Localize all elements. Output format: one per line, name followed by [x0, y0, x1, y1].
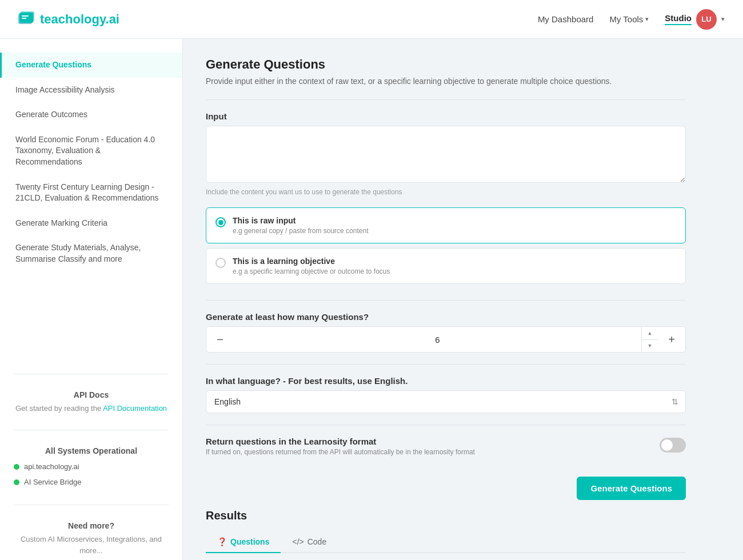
radio-sublabel-raw: e.g general copy / paste from source con…	[233, 227, 368, 235]
logo: teachology.ai	[18, 11, 119, 27]
input-label: Input	[206, 111, 686, 121]
status-dot-api	[14, 464, 19, 470]
header: teachology.ai My Dashboard My Tools ▾ St…	[0, 0, 743, 39]
tab-questions[interactable]: ❓ Questions	[206, 531, 281, 553]
toggle-label-block: Return questions in the Learnosity forma…	[206, 437, 475, 456]
stepper-plus-button[interactable]: +	[658, 327, 685, 352]
radio-label-objective: This is a learning objective	[233, 257, 390, 266]
generate-questions-button[interactable]: Generate Questions	[577, 477, 686, 500]
api-docs-link[interactable]: API Documentation	[103, 404, 167, 413]
status-bridge-label: AI Service Bridge	[24, 478, 81, 486]
page-title: Generate Questions	[206, 57, 686, 72]
sidebar-item-generate-questions[interactable]: Generate Questions	[0, 53, 182, 78]
sidebar: Generate Questions Image Accessibility A…	[0, 39, 183, 560]
status-items: api.teachology.ai AI Service Bridge	[14, 460, 169, 489]
stepper-controls: ▲ ▼	[641, 327, 658, 352]
radio-sublabel-objective: e.g a specific learning objective or out…	[233, 267, 390, 275]
results-title: Results	[206, 509, 686, 522]
nav-dashboard[interactable]: My Dashboard	[538, 14, 594, 24]
sidebar-need-more: Need more? Custom AI Microservices, Inte…	[0, 512, 182, 560]
language-section: In what language? - For best results, us…	[206, 376, 686, 413]
avatar-chevron-icon: ▾	[721, 15, 725, 23]
sidebar-divider-3	[14, 505, 169, 505]
radio-option-objective[interactable]: This is a learning objective e.g a speci…	[206, 248, 686, 284]
svg-rect-4	[22, 18, 26, 19]
toggle-description: If turned on, questions returned from th…	[206, 448, 475, 456]
radio-group: This is raw input e.g general copy / pas…	[206, 207, 686, 289]
language-select-wrapper: English Spanish French German Chinese Ar…	[206, 390, 686, 413]
radio-circle-raw	[215, 217, 226, 227]
need-more-text: Custom AI Microservices, Integrations, a…	[14, 534, 169, 556]
language-label: In what language? - For best results, us…	[206, 376, 686, 386]
api-docs-text: Get started by reading the API Documenta…	[14, 403, 169, 414]
api-docs-title: API Docs	[14, 390, 169, 399]
logo-text: teachology.ai	[40, 12, 119, 27]
sidebar-item-21cld[interactable]: Twenty First Century Learning Design - 2…	[0, 175, 182, 211]
sidebar-item-wef[interactable]: World Economic Forum - Education 4.0 Tax…	[0, 127, 182, 175]
sidebar-status: All Systems Operational api.teachology.a…	[0, 437, 182, 498]
tab-code[interactable]: </> Code	[281, 531, 338, 553]
sidebar-item-generate-outcomes[interactable]: Generate Outcomes	[0, 102, 182, 127]
stepper-down-button[interactable]: ▼	[642, 340, 658, 353]
stepper-minus-button[interactable]: −	[206, 327, 234, 352]
svg-rect-3	[22, 15, 29, 17]
logo-icon	[18, 11, 37, 27]
code-tab-icon: </>	[292, 537, 303, 546]
questions-tab-icon: ❓	[217, 537, 227, 546]
status-title: All Systems Operational	[14, 446, 169, 455]
input-textarea[interactable]	[206, 126, 686, 183]
status-bridge: AI Service Bridge	[14, 478, 81, 486]
need-more-title: Need more?	[14, 521, 169, 530]
sidebar-divider-2	[14, 430, 169, 430]
radio-option-raw[interactable]: This is raw input e.g general copy / pas…	[206, 207, 686, 243]
toggle-label: Return questions in the Learnosity forma…	[206, 437, 475, 446]
language-select[interactable]: English Spanish French German Chinese Ar…	[206, 391, 685, 413]
section-divider-1	[206, 99, 686, 100]
stepper-value-input[interactable]	[234, 335, 641, 345]
radio-text-objective: This is a learning objective e.g a speci…	[233, 257, 390, 275]
status-api-label: api.teachology.ai	[24, 462, 79, 471]
toggle-row: Return questions in the Learnosity forma…	[206, 437, 686, 456]
tab-code-label: Code	[307, 537, 326, 546]
toggle-section: Return questions in the Learnosity forma…	[206, 437, 686, 456]
header-nav: My Dashboard My Tools ▾ Studio	[538, 13, 692, 25]
sidebar-item-marking-criteria[interactable]: Generate Marking Criteria	[0, 211, 182, 236]
layout: Generate Questions Image Accessibility A…	[0, 39, 743, 560]
radio-text-raw: This is raw input e.g general copy / pas…	[233, 216, 368, 235]
nav-my-tools[interactable]: My Tools ▾	[609, 14, 649, 24]
stepper-row: − ▲ ▼ +	[206, 326, 686, 353]
avatar[interactable]: LU	[696, 9, 717, 30]
tab-questions-label: Questions	[230, 537, 269, 546]
sidebar-divider-1	[14, 374, 169, 374]
section-divider-2	[206, 300, 686, 301]
radio-label-raw: This is raw input	[233, 216, 368, 225]
input-helper: Include the content you want us to use t…	[206, 188, 686, 196]
input-section: Input Include the content you want us to…	[206, 111, 686, 196]
sidebar-item-image-accessibility[interactable]: Image Accessibility Analysis	[0, 78, 182, 103]
nav-studio[interactable]: Studio	[665, 13, 692, 25]
header-right: My Dashboard My Tools ▾ Studio LU ▾	[538, 9, 725, 30]
section-divider-3	[206, 364, 686, 365]
learnosity-toggle[interactable]	[660, 438, 686, 453]
results-section: Results ❓ Questions </> Code waiting...	[206, 500, 686, 560]
sidebar-nav: Generate Questions Image Accessibility A…	[0, 53, 182, 367]
sidebar-item-study-materials[interactable]: Generate Study Materials, Analyse, Summa…	[0, 235, 182, 271]
sidebar-api-docs: API Docs Get started by reading the API …	[0, 381, 182, 423]
section-divider-4	[206, 425, 686, 425]
questions-count-label: Generate at least how many Questions?	[206, 312, 686, 322]
status-dot-bridge	[14, 479, 19, 485]
questions-count-section: Generate at least how many Questions? − …	[206, 312, 686, 353]
my-tools-chevron-icon: ▾	[645, 15, 649, 23]
status-api: api.teachology.ai	[14, 462, 79, 471]
results-tabs: ❓ Questions </> Code	[206, 531, 686, 553]
page-subtitle: Provide input either in the context of r…	[206, 77, 686, 86]
main-content: Generate Questions Provide input either …	[183, 39, 709, 560]
radio-circle-objective	[215, 258, 226, 268]
svg-rect-2	[19, 13, 33, 23]
stepper-up-button[interactable]: ▲	[642, 327, 658, 340]
